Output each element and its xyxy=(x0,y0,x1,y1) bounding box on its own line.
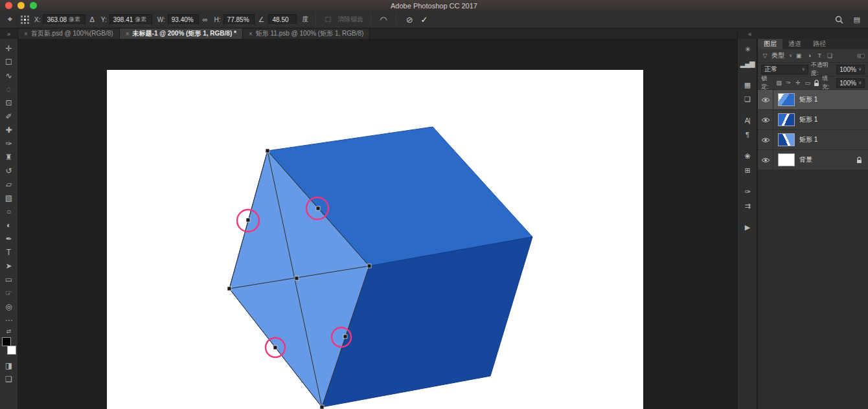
quick-mask-button[interactable]: ◨ xyxy=(1,359,17,372)
transform-handle[interactable] xyxy=(273,346,277,349)
zoom-tool[interactable]: ◎ xyxy=(1,300,17,313)
commit-transform-button[interactable]: ✓ xyxy=(418,15,431,25)
brush-settings-icon[interactable]: ✑ xyxy=(739,184,756,199)
eraser-tool[interactable]: ▱ xyxy=(1,177,17,191)
paragraph-icon[interactable]: ¶ xyxy=(739,127,756,142)
current-tool-icon[interactable]: ⌖ xyxy=(4,14,17,25)
type-tool[interactable]: T xyxy=(1,245,17,259)
quick-selection-tool[interactable]: ◌ xyxy=(1,82,17,96)
visibility-toggle[interactable] xyxy=(758,130,773,149)
layer-row[interactable]: 矩形 1 xyxy=(758,90,868,110)
history-brush-tool[interactable]: ↺ xyxy=(1,164,17,177)
background-color-swatch[interactable] xyxy=(7,346,16,355)
layer-row[interactable]: 矩形 1 xyxy=(758,130,868,150)
close-icon[interactable]: × xyxy=(126,30,130,38)
close-icon[interactable]: × xyxy=(24,30,28,38)
reference-point-grid[interactable] xyxy=(21,16,29,24)
lock-pixels-icon[interactable]: ✑ xyxy=(785,80,792,86)
clone-source-icon[interactable]: ⇉ xyxy=(739,199,756,213)
tab-paths[interactable]: 路径 xyxy=(807,39,832,49)
minimize-window-button[interactable] xyxy=(17,2,25,9)
angle-input[interactable]: 48.50 xyxy=(268,14,297,25)
color-icon[interactable]: ▦ xyxy=(739,78,756,92)
marquee-tool[interactable]: ☐ xyxy=(1,55,17,69)
screen-mode-button[interactable]: ❏ xyxy=(1,372,17,386)
x-input[interactable]: 363.08 像素 xyxy=(43,14,86,25)
move-tool[interactable]: ✛ xyxy=(1,41,17,55)
tab-channels[interactable]: 通道 xyxy=(782,39,807,49)
workspace-switcher-icon[interactable]: ▤ xyxy=(852,16,862,24)
search-icon[interactable] xyxy=(835,16,843,24)
tab-layers[interactable]: 图层 xyxy=(758,39,782,49)
blend-mode-select[interactable]: 正常 ∨ xyxy=(761,65,808,74)
layer-row-background[interactable]: 背景 xyxy=(758,150,868,170)
actions-icon[interactable]: ▶ xyxy=(739,220,756,234)
transform-handle[interactable] xyxy=(343,335,347,338)
blur-tool[interactable]: ○ xyxy=(1,204,17,218)
foreground-color-swatch[interactable] xyxy=(2,337,11,346)
lasso-tool[interactable]: ∿ xyxy=(1,69,17,82)
filter-pixel-icon[interactable]: ▣ xyxy=(795,52,803,59)
lock-artboard-icon[interactable]: ▭ xyxy=(804,80,811,86)
crop-tool[interactable]: ⊡ xyxy=(1,96,17,109)
height-input[interactable]: 77.85% xyxy=(223,14,255,25)
doc-tab-homepage[interactable]: × 首页新.psd @ 100%(RGB/8) xyxy=(18,28,120,39)
rectangle-tool[interactable]: ▭ xyxy=(1,272,17,286)
filter-funnel-icon[interactable]: ▽ xyxy=(761,52,769,59)
gradient-tool[interactable]: ▧ xyxy=(1,191,17,204)
clone-stamp-tool[interactable]: ♜ xyxy=(1,150,17,164)
transform-handle[interactable] xyxy=(316,206,320,210)
transform-handle[interactable] xyxy=(320,405,324,409)
hand-tool[interactable]: ☞ xyxy=(1,286,17,300)
visibility-toggle[interactable] xyxy=(758,90,773,109)
layer-thumbnail[interactable] xyxy=(778,113,795,126)
doc-tab-untitled1[interactable]: × 未标题-1 @ 200% (矩形 1, RGB/8) * xyxy=(120,28,243,39)
filter-shape-icon[interactable]: ❏ xyxy=(826,52,834,59)
layer-thumbnail[interactable] xyxy=(778,133,795,146)
transform-handle[interactable] xyxy=(266,149,269,153)
cancel-transform-button[interactable]: ⊘ xyxy=(404,15,416,25)
transform-handle[interactable] xyxy=(367,264,371,268)
healing-brush-tool[interactable]: ✚ xyxy=(1,123,17,137)
eyedropper-tool[interactable]: ✐ xyxy=(1,109,17,123)
dodge-tool[interactable]: ◐ xyxy=(1,218,17,232)
adjustments-icon[interactable]: ✳ xyxy=(739,42,756,56)
filter-type-icon[interactable]: T xyxy=(816,52,823,59)
pen-tool[interactable]: ✒ xyxy=(1,232,17,245)
libraries-icon[interactable]: ❏ xyxy=(739,92,756,106)
character-icon[interactable]: A| xyxy=(739,113,756,127)
width-input[interactable]: 93.40% xyxy=(168,14,199,25)
doc-tab-rect11[interactable]: × 矩形 11.psb @ 100% (矩形 1, RGB/8) xyxy=(243,28,371,39)
brush-tool[interactable]: ✑ xyxy=(1,137,17,150)
lock-all-icon[interactable] xyxy=(814,80,819,87)
layer-row[interactable]: 矩形 1 xyxy=(758,110,868,130)
toolbar-collapse-icon[interactable]: » xyxy=(0,28,18,39)
histogram-icon[interactable]: ▂▄▆ xyxy=(739,56,756,71)
filter-kind-label[interactable]: 类型 xyxy=(771,51,784,60)
close-icon[interactable]: × xyxy=(249,30,253,38)
info-icon[interactable]: ⊞ xyxy=(739,163,756,177)
lock-transparency-icon[interactable]: ▨ xyxy=(775,80,782,86)
transform-handle[interactable] xyxy=(246,218,250,222)
swap-colors-icon[interactable]: ⇄ xyxy=(6,328,12,335)
panels-collapse-icon[interactable]: « xyxy=(737,28,868,39)
warp-mode-icon[interactable]: ◠ xyxy=(378,15,388,25)
transform-handle[interactable] xyxy=(227,287,231,291)
filter-adjustment-icon[interactable]: ◑ xyxy=(805,52,813,59)
edit-toolbar-icon[interactable]: ⋯ xyxy=(1,313,17,327)
visibility-toggle[interactable] xyxy=(758,110,773,129)
transform-center-point[interactable] xyxy=(295,276,299,280)
visibility-toggle[interactable] xyxy=(758,150,773,170)
styles-icon[interactable]: ❀ xyxy=(739,149,756,163)
lock-position-icon[interactable]: ✛ xyxy=(795,80,802,86)
y-input[interactable]: 398.41 像素 xyxy=(109,14,152,25)
close-window-button[interactable] xyxy=(5,2,12,9)
opacity-select[interactable]: 100% ∨ xyxy=(836,65,865,74)
fullscreen-window-button[interactable] xyxy=(30,2,37,9)
layer-thumbnail[interactable] xyxy=(778,153,795,166)
fill-select[interactable]: 100% ∨ xyxy=(836,78,865,88)
layer-thumbnail[interactable] xyxy=(778,93,795,106)
relative-position-toggle[interactable]: Δ xyxy=(88,16,95,23)
path-selection-tool[interactable]: ➤ xyxy=(1,259,17,272)
filter-toggle[interactable] xyxy=(857,54,865,58)
